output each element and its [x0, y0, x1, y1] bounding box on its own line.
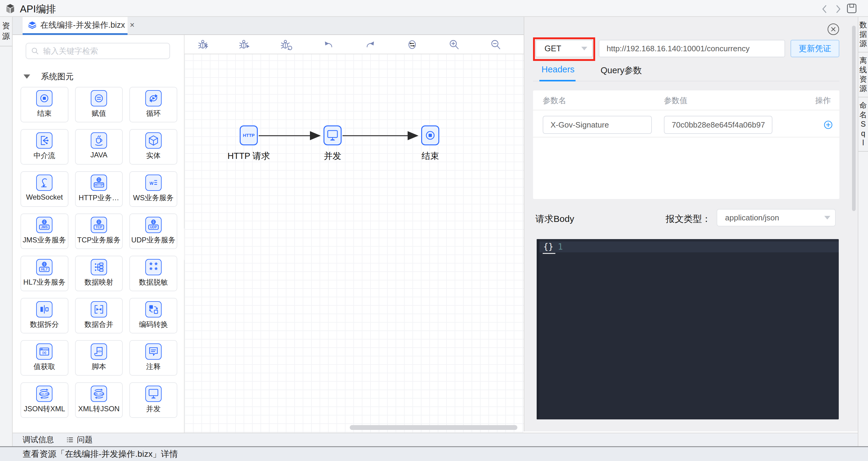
- right-strip-tab-3[interactable]: 命名Sql: [858, 97, 868, 152]
- tab-headers[interactable]: Headers: [541, 64, 575, 74]
- canvas-horizontal-scrollbar[interactable]: [350, 425, 517, 430]
- svg-text:UDP: UDP: [150, 225, 157, 229]
- search-icon: [30, 47, 39, 56]
- palette-item-data-mapping-icon[interactable]: 数据映射: [75, 256, 123, 291]
- palette-panel: 系统图元 结束赋值循环中介流JAVA实体WebSocketHTTPHTTP业务……: [13, 35, 185, 433]
- palette-item-json-to-xml-icon[interactable]: Json-XMLJSON转XML: [21, 382, 68, 418]
- editor-line-indicator: 1: [558, 242, 563, 252]
- bottom-bar-item-1[interactable]: 调试信息: [23, 434, 54, 445]
- left-strip-tab-resources[interactable]: 资源: [0, 17, 12, 47]
- node-label: 结束: [422, 150, 439, 162]
- save-icon[interactable]: [846, 3, 857, 13]
- update-credential-button[interactable]: 更新凭证: [790, 40, 839, 57]
- url-input[interactable]: [599, 40, 785, 57]
- palette-section-label: 系统图元: [41, 71, 73, 82]
- content-type-select[interactable]: application/json: [717, 209, 836, 226]
- palette-item-assign-icon[interactable]: 赋值: [75, 87, 123, 122]
- api-orchestration-app: API编排 资源 在线编排-并发操作.bizx: [0, 0, 868, 461]
- hl7-service-icon: HL7: [36, 259, 53, 275]
- data-merge-icon: [91, 301, 107, 317]
- palette-item-entity-icon[interactable]: 实体: [129, 129, 177, 165]
- palette-item-data-masking-icon[interactable]: * ** *数据脱敏: [129, 256, 177, 291]
- close-icon[interactable]: [828, 24, 839, 35]
- ws-service-icon: W: [145, 175, 162, 191]
- svg-text:HL7: HL7: [41, 268, 48, 271]
- update-credential-label: 更新凭证: [799, 43, 831, 54]
- right-strip-tab-1[interactable]: 数据源: [858, 17, 868, 53]
- palette-item-concurrency-icon[interactable]: 并发: [129, 382, 177, 418]
- flow-node-end-icon[interactable]: 结束: [421, 125, 440, 162]
- zoom-in-icon[interactable]: [448, 38, 460, 51]
- value-get-icon: (x): [36, 343, 53, 360]
- body-code-editor[interactable]: {} 1: [537, 239, 839, 420]
- edges-layer: [185, 54, 524, 433]
- param-value-input[interactable]: [664, 116, 772, 134]
- palette-item-label: 值获取: [33, 362, 55, 371]
- palette-grid: 结束赋值循环中介流JAVA实体WebSocketHTTPHTTP业务…WWS业务…: [21, 87, 177, 418]
- palette-item-data-split-icon[interactable]: 数据拆分: [21, 298, 68, 334]
- flow-node-http-node-icon[interactable]: HTTPHTTP 请求: [239, 125, 258, 162]
- nav-forward-icon[interactable]: [833, 4, 844, 15]
- palette-item-loop-icon[interactable]: 循环: [129, 87, 177, 122]
- param-name-input[interactable]: [543, 116, 652, 134]
- svg-text:* *: * *: [149, 266, 157, 274]
- assign-icon: [91, 90, 107, 106]
- script-icon: </>: [91, 343, 107, 360]
- debug-continue-icon[interactable]: [239, 38, 251, 51]
- right-strip-tab-2[interactable]: 离线资源: [858, 53, 868, 97]
- palette-item-xml-to-json-icon[interactable]: XML-JsonXML转JSON: [75, 382, 123, 418]
- palette-item-end-icon[interactable]: 结束: [21, 87, 68, 122]
- palette-item-tcp-service-icon[interactable]: TCPTCP业务服务: [75, 213, 123, 249]
- palette-item-http-service-icon[interactable]: HTTPHTTP业务…: [75, 171, 123, 207]
- col-actions: 操作: [815, 95, 831, 106]
- palette-item-websocket-icon[interactable]: WebSocket: [21, 171, 68, 207]
- compare-icon[interactable]: [406, 38, 418, 51]
- tab-query-params[interactable]: Query参数: [600, 64, 642, 76]
- bottom-bar-item-2[interactable]: 问题: [66, 434, 93, 445]
- redo-icon[interactable]: [364, 38, 377, 51]
- palette-item-label: HL7业务服务: [23, 277, 65, 287]
- flow-canvas[interactable]: HTTPHTTP 请求并发结束: [185, 35, 524, 433]
- palette-item-label: 数据合并: [85, 319, 113, 329]
- palette-item-mediator-flow-icon[interactable]: 中介流: [21, 129, 68, 165]
- palette-item-java-icon[interactable]: JAVA: [75, 129, 123, 165]
- svg-text:W: W: [150, 181, 153, 186]
- zoom-out-icon[interactable]: [489, 38, 502, 51]
- palette-section-header[interactable]: 系统图元: [24, 71, 73, 82]
- palette-item-label: JAVA: [90, 151, 107, 159]
- end-icon: [421, 125, 439, 145]
- end-icon: [36, 90, 53, 106]
- palette-item-script-icon[interactable]: </>脚本: [75, 340, 123, 376]
- add-row-icon[interactable]: [822, 119, 834, 131]
- tab-close-icon[interactable]: ×: [130, 21, 135, 30]
- palette-item-label: UDP业务服务: [131, 235, 176, 245]
- method-select[interactable]: GET: [535, 40, 593, 57]
- tab-document[interactable]: 在线编排-并发操作.bizx ×: [23, 17, 127, 35]
- search-input[interactable]: [42, 46, 165, 56]
- debug-run-icon[interactable]: [197, 38, 210, 51]
- nav-back-icon[interactable]: [819, 4, 830, 15]
- palette-item-comment-icon[interactable]: 注释: [129, 340, 177, 376]
- palette-item-value-get-icon[interactable]: (x)值获取: [21, 340, 68, 376]
- palette-item-data-merge-icon[interactable]: 数据合并: [75, 298, 123, 334]
- debug-restart-icon[interactable]: [280, 38, 293, 51]
- inspector-vertical-scrollbar[interactable]: [852, 26, 856, 211]
- editor-cursor: [543, 253, 555, 254]
- palette-search[interactable]: [26, 43, 170, 59]
- tabs-divider: [533, 81, 839, 82]
- palette-item-udp-service-icon[interactable]: UDPUDP业务服务: [129, 213, 177, 249]
- col-param-value: 参数值: [664, 95, 687, 106]
- left-strip: 资源: [0, 17, 13, 446]
- palette-item-label: 注释: [146, 362, 161, 371]
- palette-item-jms-service-icon[interactable]: JMSJMS业务服务: [21, 213, 68, 249]
- undo-icon[interactable]: [322, 38, 335, 51]
- palette-item-hl7-service-icon[interactable]: HL7HL7业务服务: [21, 256, 68, 291]
- svg-text:(x): (x): [42, 351, 46, 354]
- data-mapping-icon: [91, 259, 107, 275]
- palette-item-encoding-convert-icon[interactable]: 编码转换: [129, 298, 177, 334]
- palette-item-ws-service-icon[interactable]: WWS业务服务: [129, 171, 177, 207]
- svg-text:Json-XML: Json-XML: [39, 393, 50, 395]
- flow-node-concurrency-icon[interactable]: 并发: [323, 125, 342, 162]
- palette-item-label: 循环: [146, 109, 161, 118]
- palette-item-label: 编码转换: [139, 319, 168, 329]
